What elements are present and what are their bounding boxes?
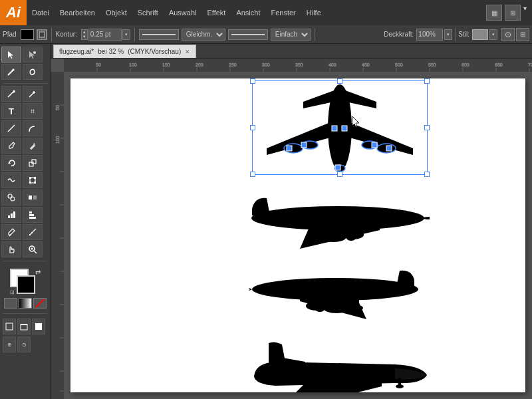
svg-rect-96 (335, 165, 340, 170)
arc-tool[interactable] (23, 120, 43, 136)
blend-tool[interactable] (23, 190, 43, 205)
canvas-area[interactable]: 50 100 150 200 250 300 350 400 450 500 5… (51, 59, 532, 399)
svg-text:100: 100 (55, 136, 60, 144)
type-tool[interactable]: T (1, 103, 21, 119)
hand-tool[interactable] (1, 241, 21, 257)
deckkraft-input[interactable] (416, 29, 443, 41)
scale-tool[interactable] (23, 155, 43, 171)
menu-auswahl[interactable]: Auswahl (164, 0, 202, 25)
pencil-tool[interactable] (23, 138, 43, 154)
menu-objekt[interactable]: Objekt (100, 0, 132, 25)
column-graph-tool[interactable] (1, 207, 21, 223)
path-label: Pfad (3, 31, 17, 38)
reset-colors-icon[interactable]: ⊡ (10, 289, 15, 295)
stroke-color-box[interactable] (37, 29, 47, 40)
settings-icon[interactable]: ⊙ (501, 28, 515, 41)
rotate-tool[interactable] (1, 155, 21, 171)
svg-rect-20 (33, 196, 37, 200)
vertical-type-tool[interactable]: ⌗ (23, 103, 43, 119)
measure-tool[interactable] (23, 224, 43, 240)
direct-select-tool[interactable] (23, 47, 43, 63)
menu-bearbeiten[interactable]: Bearbeiten (55, 0, 100, 25)
svg-rect-25 (29, 214, 34, 216)
svg-rect-14 (34, 177, 36, 179)
svg-text:100: 100 (129, 63, 137, 67)
stil-preview[interactable] (472, 29, 488, 40)
plane2-container[interactable] (247, 190, 430, 250)
color-mode-btn[interactable] (4, 298, 17, 309)
view-btn-1[interactable]: ⊕ (3, 336, 16, 352)
svg-line-3 (8, 70, 13, 75)
magic-wand-tool[interactable] (1, 64, 21, 80)
tool-row-4: T ⌗ (1, 103, 49, 119)
warp-tool[interactable] (1, 172, 21, 188)
swap-colors-icon[interactable]: ⇄ (35, 269, 41, 276)
tool-row-10 (1, 207, 49, 223)
svg-point-126 (396, 384, 404, 388)
svg-rect-22 (11, 213, 13, 218)
menu-ansicht[interactable]: Ansicht (231, 0, 265, 25)
tool-row-3 (1, 86, 49, 102)
svg-rect-15 (29, 182, 31, 184)
kontur-dropdown[interactable]: ▾ (122, 29, 130, 40)
svg-point-110 (323, 303, 350, 313)
foreground-color-box[interactable] (17, 275, 35, 294)
kontur-input[interactable]: 0.25 pt (88, 29, 122, 41)
bar-graph-tool[interactable] (23, 207, 43, 223)
zoom-tool[interactable] (23, 241, 43, 257)
tab-close-btn[interactable]: ✕ (185, 49, 190, 55)
color-boxes: ⇄ ⊡ (10, 269, 41, 295)
select-tool[interactable] (1, 47, 21, 63)
gradient-mode-btn[interactable] (19, 298, 32, 309)
tool-row-12 (1, 241, 49, 257)
tab-zoom: bei 32 % (98, 48, 124, 55)
svg-rect-94 (372, 142, 377, 148)
arrange-icon[interactable]: ⊞ (505, 5, 521, 21)
svg-text:200: 200 (196, 63, 203, 67)
plane4-container[interactable] (249, 336, 428, 392)
none-mode-btn[interactable] (33, 298, 47, 309)
document-tab[interactable]: flugzeug.ai* bei 32 % (CMYK/Vorschau) ✕ (53, 45, 196, 58)
kontur-stepper[interactable]: ▲ ▼ (81, 29, 88, 40)
stil-dropdown[interactable]: ▾ (489, 29, 497, 40)
menu-hilfe[interactable]: Hilfe (301, 0, 327, 25)
plane1-container[interactable] (253, 82, 426, 175)
pen-tool[interactable] (1, 86, 21, 102)
stroke-style-simple[interactable] (228, 29, 268, 40)
view-btn-2[interactable]: ⊙ (17, 336, 31, 352)
line-tool[interactable] (1, 120, 21, 136)
menu-effekt[interactable]: Effekt (201, 0, 231, 25)
tab-filename: flugzeug.ai* (59, 48, 94, 55)
stroke-end-select[interactable]: Einfach (271, 29, 311, 41)
fill-color-box[interactable] (21, 29, 34, 40)
dropdown-arrow[interactable]: ▾ (523, 5, 527, 21)
menu-fenster[interactable]: Fenster (265, 0, 301, 25)
svg-rect-69 (51, 72, 64, 399)
fullscreen-btn[interactable] (17, 319, 31, 334)
plane3-container[interactable] (247, 263, 426, 323)
free-transform-tool[interactable] (23, 172, 43, 188)
normal-screen-btn[interactable] (3, 319, 16, 334)
menu-datei[interactable]: Datei (27, 0, 55, 25)
menu-schrift[interactable]: Schrift (132, 0, 164, 25)
stroke-type-select[interactable]: Gleichm. (182, 29, 225, 41)
svg-rect-13 (29, 177, 31, 179)
main-area: T ⌗ (0, 44, 532, 399)
deckkraft-dropdown[interactable]: ▾ (444, 29, 452, 40)
add-anchor-tool[interactable] (23, 86, 43, 102)
brush-tool[interactable] (1, 138, 21, 154)
plane3-svg (247, 263, 426, 321)
workspace-icon[interactable]: ▦ (486, 5, 502, 21)
shape-builder-tool[interactable] (1, 190, 21, 205)
expand-icon[interactable]: ⊞ (516, 28, 529, 41)
horizontal-ruler: 50 100 150 200 250 300 350 400 450 500 5… (64, 59, 532, 72)
presentation-btn[interactable] (32, 319, 45, 334)
svg-text:50: 50 (96, 63, 101, 67)
lasso-tool[interactable] (23, 64, 43, 80)
stroke-style-solid[interactable] (139, 29, 179, 40)
tool-row-5 (1, 120, 49, 136)
svg-text:150: 150 (162, 63, 170, 67)
svg-point-104 (346, 235, 356, 241)
eyedropper-tool[interactable] (1, 224, 21, 240)
artboard[interactable] (70, 78, 525, 392)
